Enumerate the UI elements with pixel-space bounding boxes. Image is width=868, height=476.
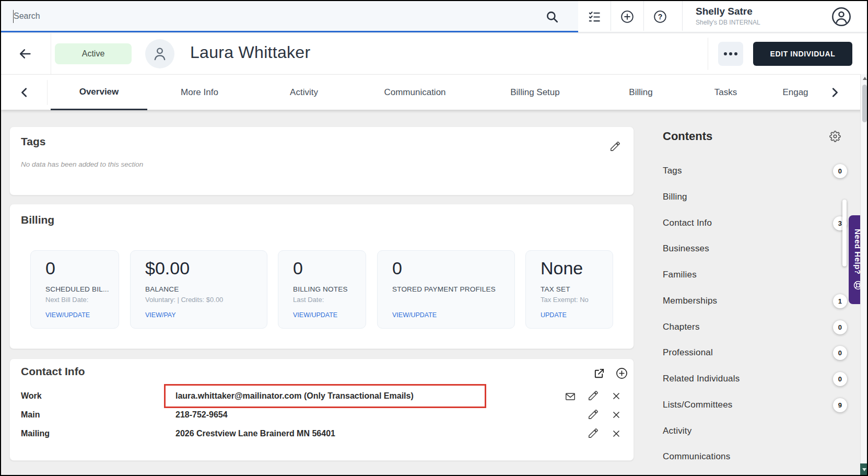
contents-item-businesses[interactable]: Businesses [663,236,847,261]
contents-item-communications[interactable]: Communications [663,444,847,469]
stat-sub: Last Date: [293,296,324,304]
contact-info-card: Contact Info Work laura.whittaker@mailin… [9,358,634,461]
add-icon[interactable] [620,10,634,24]
add-contact-icon[interactable] [616,367,628,379]
contact-row-label: Work [21,391,42,401]
stat-stored-payment-profiles: 0 STORED PAYMENT PROFILES VIEW/UPDATE [377,250,515,329]
gear-icon[interactable] [829,131,841,142]
view-update-link[interactable]: VIEW/UPDATE [293,311,337,319]
stat-sub: Tax Exempt: No [541,296,589,304]
stat-label: SCHEDULED BIL... [45,285,109,293]
stat-billing-notes: 0 BILLING NOTES Last Date: VIEW/UPDATE [278,250,366,329]
page-title: Laura Whittaker [190,43,310,62]
tab-more-info[interactable]: More Info [147,75,252,110]
tab-activity[interactable]: Activity [252,75,356,110]
tab-bar: Overview More Info Activity Communicatio… [1,74,867,110]
search-icon[interactable] [545,10,559,24]
count-badge: 0 [833,372,847,386]
email-icon[interactable] [565,391,576,402]
contents-item-chapters[interactable]: Chapters 0 [663,315,847,340]
checklist-icon[interactable] [588,10,601,24]
tags-card-title: Tags [21,135,45,148]
contents-item-contact-info[interactable]: Contact Info 3 [663,211,847,236]
open-in-new-icon[interactable] [593,367,605,379]
tab-billing-setup[interactable]: Billing Setup [474,75,596,110]
update-link[interactable]: UPDATE [541,311,567,319]
edit-pencil-icon[interactable] [588,409,599,420]
stat-value: $0.00 [145,258,190,278]
svg-text:?: ? [658,13,663,21]
contents-item-activity[interactable]: Activity [663,419,847,444]
count-badge: 9 [833,398,847,412]
tab-scroll-right-icon[interactable] [829,87,840,98]
remove-x-icon[interactable] [611,391,621,401]
count-badge: 1 [833,294,847,308]
stat-value: 0 [45,258,55,278]
contents-item-professional[interactable]: Professional 0 [663,340,847,365]
tab-scroll-left-icon[interactable] [19,87,30,98]
stat-value: 0 [293,258,303,278]
tab-communication[interactable]: Communication [356,75,474,110]
stat-tax-set: None TAX SET Tax Exempt: No UPDATE [525,250,613,329]
edit-pencil-icon[interactable] [588,390,599,401]
back-icon[interactable] [18,47,32,61]
divider [708,38,708,70]
user-avatar-icon[interactable] [831,6,852,27]
stat-label: TAX SET [541,285,570,293]
edit-individual-button[interactable]: EDIT INDIVIDUAL [753,42,852,66]
contents-item-related-individuals[interactable]: Related Individuals 0 [663,366,847,391]
edit-pencil-icon[interactable] [588,427,599,439]
tags-empty-text: No data has been added to this section [21,160,143,168]
remove-x-icon[interactable] [611,410,621,420]
tab-engagement[interactable]: Engag [766,75,825,110]
contents-item-tags[interactable]: Tags 0 [663,158,847,183]
search-input[interactable] [14,7,484,25]
contents-item-memberships[interactable]: Memberships 1 [663,288,847,314]
view-pay-link[interactable]: VIEW/PAY [145,311,176,319]
stat-sub: Next Bill Date: [45,296,88,304]
stat-label: BILLING NOTES [293,285,348,293]
contact-row-label: Main [21,410,40,420]
contact-card-title: Contact Info [21,365,85,378]
count-badge: 0 [833,164,847,178]
divider [47,80,48,105]
more-actions-button[interactable] [718,42,743,66]
tab-overview[interactable]: Overview [51,75,147,110]
user-menu[interactable]: Shelly Satre Shelly's DB INTERNAL [696,5,760,26]
stat-value: None [541,258,583,278]
edit-tags-pencil-icon[interactable] [609,141,621,152]
divider [51,33,51,74]
stat-value: 0 [392,258,402,278]
count-badge: 0 [833,346,847,360]
user-name: Shelly Satre [696,5,760,18]
user-org: Shelly's DB INTERNAL [696,19,760,26]
contact-row-label: Mailing [21,429,50,438]
help-icon[interactable]: ? [653,10,667,24]
stat-scheduled-billing: 0 SCHEDULED BIL... Next Bill Date: VIEW/… [30,250,119,329]
stat-sub: Voluntary: | Credits: $0.00 [145,296,223,304]
global-search [1,1,578,32]
view-update-link[interactable]: VIEW/UPDATE [45,311,90,319]
stat-label: BALANCE [145,285,179,293]
remove-x-icon[interactable] [611,428,621,439]
contents-item-lists-committees[interactable]: Lists/Committees 9 [663,392,847,417]
stat-balance: $0.00 BALANCE Voluntary: | Credits: $0.0… [130,250,267,329]
billing-card-title: Billing [21,214,54,226]
contents-item-billing[interactable]: Billing [663,184,847,210]
billing-card: Billing 0 SCHEDULED BIL... Next Bill Dat… [9,204,634,349]
scrollbar-thumb[interactable] [862,85,867,122]
page-scrollbar[interactable] [860,74,868,476]
contents-item-families[interactable]: Families [663,262,847,287]
contact-row-value: laura.whittaker@mailinator.com (Only Tra… [175,391,414,401]
divider [611,1,611,31]
view-update-link[interactable]: VIEW/UPDATE [392,311,437,319]
contact-row-value: 2026 Crestview Lane Brainerd MN 56401 [175,429,335,438]
panel-scroll-thumb[interactable] [842,200,847,266]
contact-row-value: 218-752-9654 [175,410,228,420]
tab-billing[interactable]: Billing [596,75,685,110]
scroll-down-arrow[interactable] [860,463,868,476]
divider [682,1,683,31]
scroll-up-arrow[interactable] [861,74,868,83]
app-window: ? Shelly Satre Shelly's DB INTERNAL Acti… [0,0,868,476]
tab-tasks[interactable]: Tasks [685,75,766,110]
